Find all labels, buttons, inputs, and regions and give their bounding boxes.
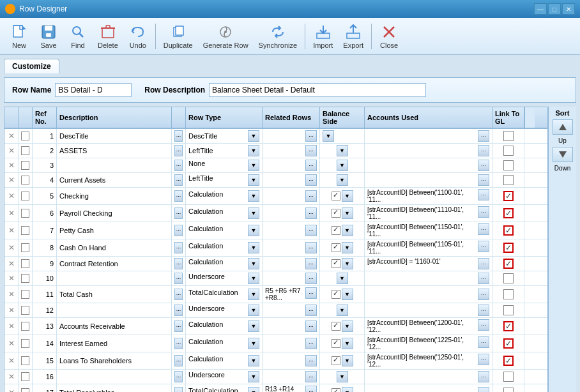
row-more-btn[interactable]: ··· <box>174 387 183 392</box>
rowtype-dropdown[interactable]: ▼ <box>248 174 259 186</box>
rowtype-dropdown[interactable]: ▼ <box>248 338 259 349</box>
delete-row-icon[interactable]: ✕ <box>8 306 15 315</box>
link-checkbox[interactable]: ✓ <box>503 356 514 366</box>
maximize-button[interactable]: □ <box>548 3 561 15</box>
balside-dropdown[interactable]: ▼ <box>342 190 353 202</box>
row-more-btn[interactable]: ··· <box>174 130 183 142</box>
row-more-btn[interactable]: ··· <box>174 160 183 171</box>
accounts-more-btn[interactable]: ··· <box>478 160 489 171</box>
delete-row-icon[interactable]: ✕ <box>8 388 15 392</box>
accounts-more-btn[interactable]: ··· <box>478 130 489 142</box>
balside-dropdown[interactable]: ▼ <box>337 273 348 284</box>
balside-dropdown[interactable]: ▼ <box>342 289 353 300</box>
link-checkbox[interactable] <box>503 160 514 170</box>
related-more-btn[interactable]: ··· <box>305 320 317 332</box>
customize-tab[interactable]: Customize <box>4 59 59 73</box>
link-checkbox[interactable] <box>503 273 514 283</box>
delete-row-icon[interactable]: ✕ <box>8 176 15 185</box>
link-checkbox[interactable] <box>503 372 514 382</box>
balside-dropdown[interactable]: ▼ <box>342 258 353 269</box>
related-more-btn[interactable]: ··· <box>305 145 317 156</box>
related-more-btn[interactable]: ··· <box>305 371 317 382</box>
link-checkbox[interactable]: ✓ <box>503 321 514 331</box>
delete-row-icon[interactable]: ✕ <box>8 243 15 252</box>
row-checkbox[interactable] <box>21 290 29 299</box>
delete-row-icon[interactable]: ✕ <box>8 339 15 348</box>
balside-dropdown[interactable]: ▼ <box>337 305 348 316</box>
row-more-btn[interactable]: ··· <box>174 289 183 300</box>
link-checkbox[interactable] <box>503 175 514 185</box>
rowtype-dropdown[interactable]: ▼ <box>248 190 259 202</box>
close-button[interactable]: ✕ <box>562 3 575 15</box>
row-more-btn[interactable]: ··· <box>174 355 183 366</box>
rowtype-dropdown[interactable]: ▼ <box>248 130 259 142</box>
balside-dropdown[interactable]: ▼ <box>342 225 353 236</box>
related-more-btn[interactable]: ··· <box>305 130 317 142</box>
balside-checkbox[interactable] <box>332 388 340 392</box>
row-more-btn[interactable]: ··· <box>174 273 183 284</box>
row-more-btn[interactable]: ··· <box>174 225 183 236</box>
balside-checkbox[interactable] <box>332 290 340 299</box>
balside-dropdown[interactable]: ▼ <box>342 355 353 366</box>
sort-up-button[interactable] <box>553 119 573 135</box>
delete-row-icon[interactable]: ✕ <box>8 146 15 155</box>
row-checkbox[interactable] <box>21 306 29 315</box>
related-more-btn[interactable]: ··· <box>305 225 317 236</box>
accounts-more-btn[interactable]: ··· <box>478 336 489 348</box>
link-checkbox[interactable]: ✓ <box>503 338 514 349</box>
row-more-btn[interactable]: ··· <box>174 305 183 316</box>
balside-checkbox[interactable] <box>332 209 340 218</box>
balside-checkbox[interactable] <box>332 356 340 365</box>
new-button[interactable]: New <box>5 20 33 52</box>
accounts-more-btn[interactable]: ··· <box>478 305 489 316</box>
balside-dropdown[interactable]: ▼ <box>342 207 353 219</box>
row-more-btn[interactable]: ··· <box>174 258 183 269</box>
link-checkbox[interactable]: ✓ <box>503 191 514 201</box>
balside-checkbox[interactable] <box>332 226 340 235</box>
balside-dropdown[interactable]: ▼ <box>337 145 348 156</box>
delete-row-icon[interactable]: ✕ <box>8 161 15 170</box>
rowtype-dropdown[interactable]: ▼ <box>248 160 259 171</box>
balside-checkbox[interactable] <box>332 322 340 331</box>
accounts-more-btn[interactable]: ··· <box>478 371 489 382</box>
sort-down-button[interactable] <box>553 147 573 162</box>
link-checkbox[interactable] <box>503 289 514 299</box>
accounts-more-btn[interactable]: ··· <box>478 387 489 392</box>
row-checkbox[interactable] <box>21 209 29 218</box>
related-more-btn[interactable]: ··· <box>305 386 317 392</box>
link-checkbox[interactable]: ✓ <box>503 243 514 253</box>
generate-row-button[interactable]: Generate Row <box>199 20 253 52</box>
balside-dropdown[interactable]: ▼ <box>342 387 353 392</box>
accounts-more-btn[interactable]: ··· <box>478 189 489 200</box>
link-checkbox[interactable] <box>503 305 514 315</box>
rowtype-dropdown[interactable]: ▼ <box>248 225 259 236</box>
rowtype-dropdown[interactable]: ▼ <box>248 273 259 284</box>
balside-dropdown[interactable]: ▼ <box>342 338 353 349</box>
delete-row-icon[interactable]: ✕ <box>8 192 15 200</box>
row-more-btn[interactable]: ··· <box>174 242 183 253</box>
find-button[interactable]: Find <box>64 20 92 52</box>
export-button[interactable]: Export <box>339 20 368 52</box>
link-checkbox[interactable] <box>503 146 514 156</box>
delete-row-icon[interactable]: ✕ <box>8 226 15 235</box>
related-more-btn[interactable]: ··· <box>305 258 317 269</box>
rowtype-dropdown[interactable]: ▼ <box>248 320 259 332</box>
balside-dropdown[interactable]: ▼ <box>342 320 353 332</box>
row-more-btn[interactable]: ··· <box>174 338 183 349</box>
row-desc-input[interactable] <box>209 83 426 97</box>
rowtype-dropdown[interactable]: ▼ <box>248 207 259 219</box>
row-checkbox[interactable] <box>21 322 29 331</box>
balside-dropdown[interactable]: ▼ <box>337 160 348 171</box>
rowtype-dropdown[interactable]: ▼ <box>248 387 259 392</box>
rowtype-dropdown[interactable]: ▼ <box>248 289 259 300</box>
row-checkbox[interactable] <box>21 161 29 170</box>
related-more-btn[interactable]: ··· <box>305 355 317 366</box>
delete-row-icon[interactable]: ✕ <box>8 322 15 331</box>
accounts-more-btn[interactable]: ··· <box>478 206 489 218</box>
accounts-more-btn[interactable]: ··· <box>478 354 489 365</box>
delete-row-icon[interactable]: ✕ <box>8 259 15 268</box>
link-checkbox[interactable]: ✓ <box>503 208 514 218</box>
delete-row-icon[interactable]: ✕ <box>8 132 15 140</box>
row-checkbox[interactable] <box>21 176 29 185</box>
rowtype-dropdown[interactable]: ▼ <box>248 258 259 269</box>
